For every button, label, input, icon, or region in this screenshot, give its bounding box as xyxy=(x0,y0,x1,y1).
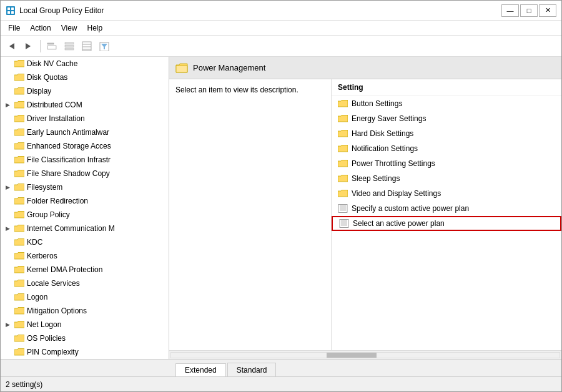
setting-item[interactable]: Specify a custom active power plan xyxy=(332,201,561,216)
setting-item[interactable]: Energy Saver Settings xyxy=(332,111,561,126)
setting-item[interactable]: Video and Display Settings xyxy=(332,186,561,201)
tree-item[interactable]: Early Launch Antimalwar xyxy=(1,125,169,139)
expand-icon[interactable]: ▶ xyxy=(6,321,14,328)
tree-item-label: Group Policy xyxy=(27,210,70,219)
setting-item[interactable]: Notification Settings xyxy=(332,141,561,156)
setting-folder-icon xyxy=(338,129,348,138)
tree-item[interactable]: Locale Services xyxy=(1,277,169,290)
setting-label: Energy Saver Settings xyxy=(352,114,426,123)
tree-item[interactable]: Kerberos xyxy=(1,249,169,263)
expand-icon[interactable]: ▶ xyxy=(6,225,14,232)
folder-icon xyxy=(14,306,24,315)
filter-button[interactable] xyxy=(96,38,112,54)
tree-item[interactable]: ▶Filesystem xyxy=(1,180,169,194)
folder-icon xyxy=(14,114,24,123)
tree-item[interactable]: OS Policies xyxy=(1,331,169,345)
tree-item-label: Folder Redirection xyxy=(27,197,88,205)
tree-item-label: Net Logon xyxy=(27,320,61,329)
setting-item[interactable]: Select an active power plan xyxy=(332,216,561,231)
scroll-track xyxy=(170,352,560,358)
details-button[interactable] xyxy=(79,38,95,54)
setting-folder-icon xyxy=(338,189,348,198)
main-area: Disk NV CacheDisk QuotasDisplay▶Distribu… xyxy=(1,57,561,359)
close-button[interactable]: ✕ xyxy=(539,4,556,17)
menu-item-file[interactable]: File xyxy=(3,22,25,34)
tree-item[interactable]: ▶Internet Communication M xyxy=(1,222,169,235)
folder-icon xyxy=(14,142,24,150)
tab-standard[interactable]: Standard xyxy=(227,363,277,376)
back-button[interactable] xyxy=(3,38,19,54)
tree-item[interactable]: Logon xyxy=(1,290,169,304)
folder-icon xyxy=(14,183,24,192)
tree-item[interactable]: Disk NV Cache xyxy=(1,57,169,71)
tree-item[interactable]: PIN Complexity xyxy=(1,345,169,359)
panel-title: Power Management xyxy=(193,63,265,72)
main-window: Local Group Policy Editor — □ ✕ FileActi… xyxy=(0,0,562,392)
app-icon xyxy=(6,6,16,16)
show-file-button[interactable] xyxy=(44,38,60,54)
svg-marker-18 xyxy=(101,44,107,49)
svg-rect-7 xyxy=(47,43,54,44)
folder-icon xyxy=(14,59,24,68)
folder-icon xyxy=(14,265,24,274)
tree-panel[interactable]: Disk NV CacheDisk QuotasDisplay▶Distribu… xyxy=(1,57,169,359)
folder-icon xyxy=(14,87,24,96)
menu-item-help[interactable]: Help xyxy=(82,22,108,34)
tree-item-label: Kernel DMA Protection xyxy=(27,265,102,274)
right-panel: Power Management Select an item to view … xyxy=(169,57,561,359)
expand-icon[interactable]: ▶ xyxy=(6,184,14,190)
tree-item-label: Locale Services xyxy=(27,279,80,288)
folder-icon xyxy=(14,252,24,260)
folder-icon xyxy=(14,238,24,247)
folder-icon xyxy=(14,320,24,329)
folder-icon xyxy=(14,348,24,356)
menu-item-action[interactable]: Action xyxy=(25,22,56,34)
folder-icon xyxy=(14,224,24,233)
setting-label: Power Throttling Settings xyxy=(352,159,435,168)
setting-item[interactable]: Hard Disk Settings xyxy=(332,126,561,141)
expand-icon[interactable]: ▶ xyxy=(6,102,14,108)
setting-label: Button Settings xyxy=(352,99,402,108)
tab-extended[interactable]: Extended xyxy=(175,363,226,377)
tree-item-label: KDC xyxy=(27,238,42,247)
tree-item[interactable]: Group Policy xyxy=(1,208,169,222)
tree-item[interactable]: KDC xyxy=(1,235,169,249)
setting-item[interactable]: Power Throttling Settings xyxy=(332,156,561,171)
tree-item[interactable]: File Share Shadow Copy xyxy=(1,167,169,180)
setting-item[interactable]: Sleep Settings xyxy=(332,171,561,186)
tree-item-label: File Classification Infrastr xyxy=(27,155,111,164)
maximize-button[interactable]: □ xyxy=(520,4,538,17)
tree-item-label: Enhanced Storage Acces xyxy=(27,142,111,150)
title-controls: — □ ✕ xyxy=(501,4,556,17)
tabs-bar: ExtendedStandard xyxy=(1,359,561,376)
settings-header: Setting xyxy=(332,79,561,96)
tree-item[interactable]: File Classification Infrastr xyxy=(1,153,169,167)
tree-button[interactable] xyxy=(61,38,77,54)
setting-folder-icon xyxy=(338,114,348,123)
tree-item-label: Filesystem xyxy=(27,183,62,192)
tree-item-label: Display xyxy=(27,87,51,96)
horizontal-scrollbar[interactable] xyxy=(169,350,561,359)
setting-item[interactable]: Button Settings xyxy=(332,96,561,111)
minimize-button[interactable]: — xyxy=(501,4,519,17)
tree-item[interactable]: Display xyxy=(1,84,169,98)
tree-item[interactable]: ▶Distributed COM xyxy=(1,98,169,112)
scroll-thumb[interactable] xyxy=(327,353,377,358)
svg-rect-9 xyxy=(48,46,56,49)
tree-item[interactable]: Folder Redirection xyxy=(1,194,169,208)
tree-item[interactable]: ▶Net Logon xyxy=(1,318,169,331)
menu-item-view[interactable]: View xyxy=(56,22,82,34)
forward-button[interactable] xyxy=(21,38,37,54)
tree-item-label: Driver Installation xyxy=(27,114,85,123)
tree-item[interactable]: Disk Quotas xyxy=(1,71,169,84)
setting-folder-icon xyxy=(338,144,348,153)
tree-item[interactable]: Kernel DMA Protection xyxy=(1,263,169,277)
tree-item[interactable]: Mitigation Options xyxy=(1,304,169,318)
tree-item[interactable]: Driver Installation xyxy=(1,112,169,125)
tree-item-label: OS Policies xyxy=(27,334,66,343)
description-pane: Select an item to view its description. xyxy=(169,79,332,350)
tree-item[interactable]: Enhanced Storage Acces xyxy=(1,139,169,153)
svg-marker-5 xyxy=(9,43,14,49)
folder-icon xyxy=(14,169,24,178)
tree-item-label: PIN Complexity xyxy=(27,348,79,356)
